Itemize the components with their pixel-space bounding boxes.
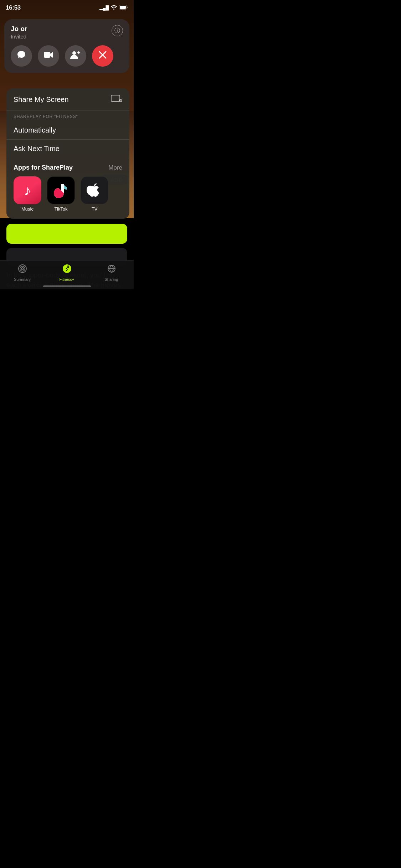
status-time: 16:53	[6, 4, 21, 11]
facetime-card: Jo or Invited ⓘ	[4, 19, 129, 73]
svg-rect-3	[44, 52, 50, 58]
tiktok-app-label: TikTok	[54, 206, 67, 212]
svg-point-4	[72, 51, 76, 55]
share-menu-title: Share My Screen	[14, 95, 69, 104]
sharing-icon	[107, 264, 116, 275]
message-icon	[16, 50, 26, 62]
status-icons: ▂▄█	[99, 5, 128, 11]
music-app-item[interactable]: ♪ Music	[14, 176, 41, 212]
add-person-button[interactable]	[65, 45, 86, 67]
signal-icon: ▂▄█	[99, 5, 109, 10]
svg-rect-7	[111, 95, 120, 102]
facetime-controls	[11, 45, 123, 67]
facetime-contact: Jo or Invited	[11, 25, 27, 40]
apps-grid: ♪ Music TikTok	[14, 176, 122, 212]
tab-summary[interactable]: Summary	[8, 264, 37, 281]
shareplay-label: SHAREPLAY FOR "Fitness"	[6, 110, 129, 121]
apps-for-shareplay-section: Apps for SharePlay More ♪ Music	[6, 158, 129, 219]
end-call-icon	[99, 51, 107, 61]
apps-section-title: Apps for SharePlay	[14, 164, 73, 171]
apps-header: Apps for SharePlay More	[14, 164, 122, 171]
svg-rect-2	[120, 6, 126, 9]
home-indicator	[43, 285, 91, 287]
svg-point-0	[113, 9, 114, 10]
facetime-header: Jo or Invited ⓘ	[11, 25, 123, 40]
appletv-app-icon	[81, 176, 108, 204]
battery-icon	[119, 5, 128, 11]
message-button[interactable]	[11, 45, 32, 67]
share-screen-menu: Share My Screen SHAREPLAY FOR "Fitness" …	[6, 88, 129, 219]
info-icon: ⓘ	[114, 27, 120, 35]
tiktok-app-icon	[47, 176, 75, 204]
music-app-icon: ♪	[14, 176, 41, 204]
add-person-icon	[70, 50, 81, 62]
apps-more-button[interactable]: More	[108, 164, 122, 171]
ask-next-time-option[interactable]: Ask Next Time	[6, 140, 129, 158]
video-button[interactable]	[38, 45, 59, 67]
facetime-status: Invited	[11, 33, 27, 40]
music-note-icon: ♪	[24, 182, 31, 198]
wifi-icon	[111, 5, 117, 11]
appletv-icon	[86, 182, 103, 198]
automatically-option[interactable]: Automatically	[6, 121, 129, 140]
end-call-button[interactable]	[92, 45, 113, 67]
fitness-plus-label: Fitness+	[60, 277, 74, 281]
tab-bar: Summary Fitness+ Sharing	[0, 260, 134, 289]
summary-label: Summary	[14, 277, 31, 281]
sharing-label: Sharing	[105, 277, 118, 281]
summary-icon	[18, 264, 27, 275]
tiktok-app-item[interactable]: TikTok	[47, 176, 75, 212]
tab-fitness-plus[interactable]: Fitness+	[53, 264, 81, 281]
video-icon	[43, 51, 53, 61]
workout-start-button[interactable]	[6, 224, 127, 244]
status-bar: 16:53 ▂▄█	[0, 0, 134, 16]
music-app-label: Music	[21, 206, 34, 212]
info-button[interactable]: ⓘ	[112, 25, 123, 36]
fitness-icon	[62, 264, 72, 275]
share-screen-icon	[111, 95, 122, 104]
appletv-app-label: TV	[92, 206, 98, 212]
svg-point-13	[67, 265, 69, 267]
svg-point-10	[20, 266, 25, 271]
tab-sharing[interactable]: Sharing	[97, 264, 126, 281]
share-menu-header: Share My Screen	[6, 88, 129, 110]
appletv-app-item[interactable]: TV	[81, 176, 108, 212]
facetime-name: Jo or	[11, 25, 27, 33]
svg-point-11	[21, 268, 24, 270]
